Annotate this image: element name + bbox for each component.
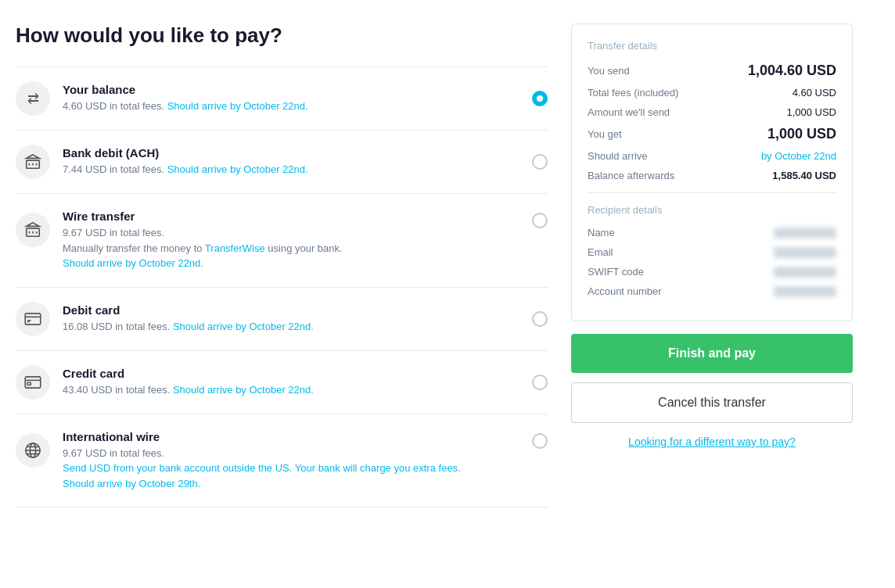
you-get-label: You get — [588, 128, 622, 140]
radio-selected[interactable] — [532, 91, 548, 106]
wire-icon — [16, 213, 50, 247]
svg-rect-14 — [27, 382, 31, 385]
transfer-details-card: Transfer details You send 1,004.60 USD T… — [571, 23, 853, 321]
radio-unselected[interactable] — [532, 433, 548, 449]
intl-wire-icon — [16, 433, 50, 468]
recipient-email-value — [774, 247, 836, 258]
wire-desc: 9.67 USD in total fees. Manually transfe… — [63, 225, 519, 271]
payment-option-debit[interactable]: Debit card 16.08 USD in total fees. Shou… — [16, 288, 548, 351]
payment-option-bank-debit[interactable]: Bank debit (ACH) 7.44 USD in total fees.… — [16, 131, 548, 194]
recipient-name-label: Name — [588, 227, 615, 238]
debit-icon — [16, 302, 50, 336]
account-number-label: Account number — [588, 285, 662, 297]
account-number-row: Account number — [588, 285, 836, 297]
radio-unselected[interactable] — [532, 375, 548, 390]
credit-radio[interactable] — [532, 375, 548, 390]
you-send-label: You send — [588, 65, 630, 77]
balance-content: Your balance 4.60 USD in total fees. Sho… — [63, 83, 519, 114]
amount-send-label: Amount we'll send — [588, 106, 670, 118]
intl-wire-desc: 9.67 USD in total fees. Send USD from yo… — [63, 446, 519, 492]
should-arrive-row: Should arrive by October 22nd — [588, 150, 836, 162]
bank-debit-icon — [16, 145, 50, 179]
bank-debit-desc: 7.44 USD in total fees. Should arrive by… — [63, 162, 519, 177]
credit-title: Credit card — [63, 367, 519, 380]
credit-icon — [16, 365, 50, 400]
recipient-name-value — [774, 228, 836, 238]
payment-option-intl-wire[interactable]: International wire 9.67 USD in total fee… — [16, 414, 548, 508]
wire-title: Wire transfer — [63, 210, 519, 223]
finish-and-pay-button[interactable]: Finish and pay — [571, 334, 853, 373]
bank-debit-radio[interactable] — [532, 154, 548, 170]
swift-row: SWIFT code — [588, 266, 836, 278]
balance-desc: 4.60 USD in total fees. Should arrive by… — [63, 99, 519, 114]
amount-send-value: 1,000 USD — [786, 106, 836, 118]
intl-wire-radio[interactable] — [532, 433, 548, 449]
amount-send-row: Amount we'll send 1,000 USD — [588, 106, 836, 118]
should-arrive-label: Should arrive — [588, 150, 648, 162]
radio-unselected[interactable] — [532, 311, 548, 327]
debit-content: Debit card 16.08 USD in total fees. Shou… — [63, 303, 519, 335]
bank-debit-title: Bank debit (ACH) — [63, 146, 519, 160]
balance-title: Your balance — [63, 83, 519, 96]
cancel-transfer-button[interactable]: Cancel this transfer — [571, 382, 853, 423]
payment-options-list: ⇄ Your balance 4.60 USD in total fees. S… — [16, 66, 548, 507]
swift-label: SWIFT code — [588, 266, 644, 278]
payment-option-credit[interactable]: Credit card 43.40 USD in total fees. Sho… — [16, 351, 548, 414]
total-fees-label: Total fees (included) — [588, 87, 678, 99]
debit-radio[interactable] — [532, 311, 548, 327]
total-fees-row: Total fees (included) 4.60 USD — [588, 87, 836, 99]
intl-wire-content: International wire 9.67 USD in total fee… — [63, 430, 519, 492]
balance-afterwards-value: 1,585.40 USD — [772, 170, 836, 181]
svg-rect-8 — [25, 313, 41, 324]
radio-unselected[interactable] — [532, 154, 548, 170]
different-way-link[interactable]: Looking for a different way to pay? — [571, 436, 853, 448]
payment-option-balance[interactable]: ⇄ Your balance 4.60 USD in total fees. S… — [16, 67, 548, 131]
you-send-row: You send 1,004.60 USD — [588, 63, 836, 79]
debit-title: Debit card — [63, 303, 519, 317]
you-send-value: 1,004.60 USD — [748, 63, 836, 79]
right-panel: Transfer details You send 1,004.60 USD T… — [571, 23, 853, 565]
balance-afterwards-row: Balance afterwards 1,585.40 USD — [588, 170, 836, 181]
should-arrive-value: by October 22nd — [761, 150, 836, 162]
account-number-value — [774, 286, 836, 297]
balance-radio[interactable] — [532, 91, 548, 106]
transfer-details-title: Transfer details — [588, 40, 836, 52]
swift-value — [774, 267, 836, 278]
intl-wire-title: International wire — [63, 430, 519, 443]
balance-icon: ⇄ — [16, 81, 50, 116]
total-fees-value: 4.60 USD — [793, 87, 836, 99]
card-divider — [588, 192, 836, 193]
recipient-details-title: Recipient details — [588, 204, 836, 216]
radio-unselected[interactable] — [532, 213, 548, 228]
recipient-email-label: Email — [588, 246, 613, 258]
balance-afterwards-label: Balance afterwards — [588, 170, 674, 181]
recipient-email-row: Email — [588, 246, 836, 258]
credit-desc: 43.40 USD in total fees. Should arrive b… — [63, 382, 519, 398]
page-title: How would you like to pay? — [16, 23, 548, 48]
you-get-row: You get 1,000 USD — [588, 126, 836, 142]
you-get-value: 1,000 USD — [767, 126, 836, 142]
payment-option-wire[interactable]: Wire transfer 9.67 USD in total fees. Ma… — [16, 194, 548, 288]
wire-radio[interactable] — [532, 213, 548, 228]
bank-debit-content: Bank debit (ACH) 7.44 USD in total fees.… — [63, 146, 519, 177]
wire-content: Wire transfer 9.67 USD in total fees. Ma… — [63, 210, 519, 271]
credit-content: Credit card 43.40 USD in total fees. Sho… — [63, 367, 519, 398]
recipient-name-row: Name — [588, 227, 836, 238]
debit-desc: 16.08 USD in total fees. Should arrive b… — [63, 319, 519, 335]
left-panel: How would you like to pay? ⇄ Your balanc… — [16, 23, 548, 565]
